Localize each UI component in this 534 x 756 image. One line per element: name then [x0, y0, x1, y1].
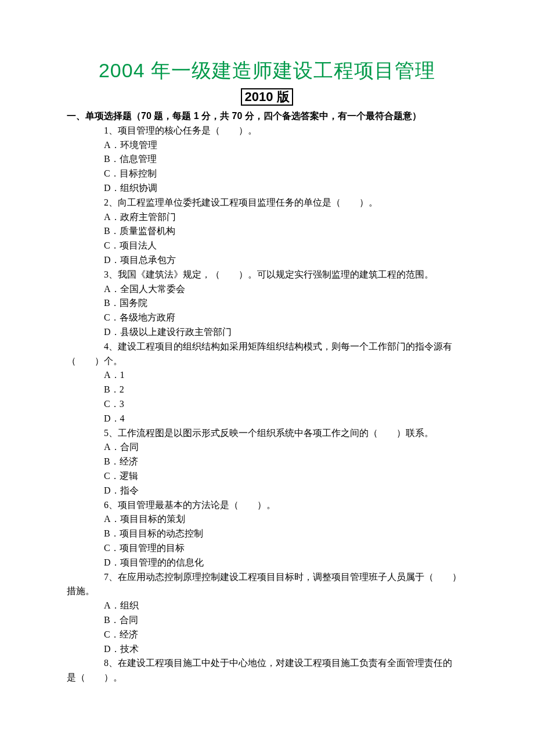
- question-option: C．项目管理的目标: [67, 541, 467, 556]
- question-option: C．逻辑: [67, 469, 467, 484]
- question-option: D．项目管理的的信息化: [67, 556, 467, 570]
- document-page: 2004 年一级建造师建设工程项目管理 2010 版 一、单项选择题（70 题，…: [0, 0, 534, 756]
- question-stem: 2、向工程监理单位委托建设工程项目监理任务的单位是（ ）。: [67, 196, 467, 210]
- question-option: C．项目法人: [67, 239, 467, 253]
- section-heading: 一、单项选择题（70 题，每题 1 分，共 70 分，四个备选答案中，有一个最符…: [67, 109, 467, 124]
- question-option: D．技术: [67, 642, 467, 657]
- question-option: D．项目总承包方: [67, 253, 467, 268]
- question-option: A．1: [67, 368, 467, 383]
- question-option: A．环境管理: [67, 138, 467, 153]
- question-option: C．各级地方政府: [67, 311, 467, 325]
- question-option: B．信息管理: [67, 152, 467, 167]
- question-option: B．经济: [67, 455, 467, 469]
- question-option: D．县级以上建设行政主管部门: [67, 325, 467, 340]
- question-option: A．合同: [67, 440, 467, 455]
- question-option: C．3: [67, 397, 467, 412]
- document-subtitle: 2010 版: [241, 88, 293, 106]
- question-option: D．组织协调: [67, 181, 467, 196]
- question-option: C．目标控制: [67, 167, 467, 181]
- question-stem-cont: 措施。: [67, 584, 467, 599]
- subtitle-wrap: 2010 版: [67, 88, 467, 106]
- question-stem: 6、项目管理最基本的方法论是（ ）。: [67, 498, 467, 513]
- question-option: C．经济: [67, 628, 467, 642]
- question-option: B．项目目标的动态控制: [67, 527, 467, 541]
- question-option: A．组织: [67, 599, 467, 613]
- question-stem: 7、在应用动态控制原理控制建设工程项目目标时，调整项目管理班子人员属于（ ）: [67, 570, 467, 585]
- document-title: 2004 年一级建造师建设工程项目管理: [67, 55, 467, 86]
- question-option: D．指令: [67, 484, 467, 498]
- question-option: A．全国人大常委会: [67, 282, 467, 297]
- question-stem: 5、工作流程图是以图示形式反映一个组织系统中各项工作之间的（ ）联系。: [67, 426, 467, 441]
- question-option: B．国务院: [67, 296, 467, 311]
- question-option: D．4: [67, 412, 467, 426]
- question-option: A．政府主管部门: [67, 210, 467, 225]
- question-stem: 3、我国《建筑法》规定，（ ）。可以规定实行强制监理的建筑工程的范围。: [67, 268, 467, 282]
- question-stem: 4、建设工程项目的组织结构如采用矩阵组织结构模式，则每一个工作部门的指令源有: [67, 340, 467, 354]
- question-option: B．2: [67, 383, 467, 397]
- question-stem: 1、项目管理的核心任务是（ ）。: [67, 124, 467, 138]
- question-stem-cont: 是（ ）。: [67, 671, 467, 685]
- question-option: B．合同: [67, 613, 467, 628]
- question-stem: 8、在建设工程项目施工中处于中心地位，对建设工程项目施工负责有全面管理责任的: [67, 656, 467, 671]
- question-option: B．质量监督机构: [67, 224, 467, 239]
- question-stem-cont: （ ）个。: [67, 354, 467, 369]
- question-option: A．项目目标的策划: [67, 512, 467, 527]
